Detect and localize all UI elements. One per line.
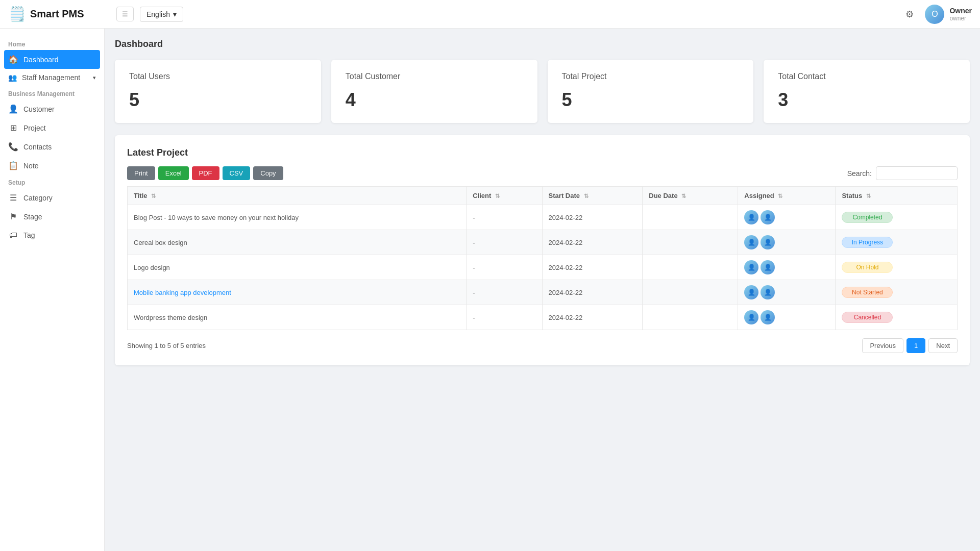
cell-title: Wordpress theme design (128, 305, 467, 330)
user-name: Owner (949, 7, 972, 15)
table-row: Blog Post - 10 ways to save money on you… (128, 205, 958, 230)
stat-card-total-customer: Total Customer 4 (331, 60, 537, 123)
sidebar-item-project[interactable]: ⊞ Project (0, 118, 104, 137)
col-status[interactable]: Status ⇅ (836, 187, 958, 205)
stat-card-total-project: Total Project 5 (548, 60, 754, 123)
sidebar-item-staff-management[interactable]: 👥 Staff Management ▾ (0, 69, 104, 86)
table-row: Mobile banking app development-2024-02-2… (128, 280, 958, 305)
assigned-avatar: 👤 (761, 260, 775, 274)
pdf-button[interactable]: PDF (192, 166, 219, 180)
sidebar-item-tag[interactable]: 🏷 Tag (0, 226, 104, 244)
cell-status: Not Started (836, 280, 958, 305)
cell-status: Completed (836, 205, 958, 230)
pagination-buttons: Previous 1 Next (862, 338, 958, 353)
sort-duedate-icon: ⇅ (681, 193, 686, 199)
previous-button[interactable]: Previous (862, 338, 903, 353)
cell-title: Logo design (128, 255, 467, 280)
latest-project-title: Latest Project (127, 147, 958, 158)
search-input[interactable] (876, 166, 958, 180)
status-badge: In Progress (842, 237, 893, 248)
dashboard-icon: 🏠 (8, 55, 18, 64)
settings-button[interactable]: ⚙ (902, 6, 917, 23)
tag-icon: 🏷 (8, 231, 18, 240)
sidebar-item-stage-label: Stage (23, 213, 42, 221)
stat-card-total-users: Total Users 5 (115, 60, 321, 123)
table-row: Wordpress theme design-2024-02-22👤👤Cance… (128, 305, 958, 330)
main-content: Dashboard Total Users 5 Total Customer 4… (105, 29, 980, 551)
customer-icon: 👤 (8, 104, 18, 114)
avatar: O (925, 5, 944, 24)
cell-status: Cancelled (836, 305, 958, 330)
user-info: Owner owner (949, 7, 972, 22)
sort-assigned-icon: ⇅ (778, 193, 782, 199)
print-button[interactable]: Print (127, 166, 155, 180)
assigned-avatar: 👤 (761, 210, 775, 224)
layout: Home 🏠 Dashboard 👥 Staff Management ▾ Bu… (0, 29, 980, 551)
status-badge: Completed (842, 212, 893, 223)
assigned-avatar: 👤 (744, 285, 758, 299)
cell-start-date: 2024-02-22 (542, 255, 643, 280)
stat-value-total-contact: 3 (778, 89, 955, 111)
chevron-down-icon: ▾ (93, 74, 96, 81)
col-assigned[interactable]: Assigned ⇅ (738, 187, 836, 205)
sidebar-item-note[interactable]: 📋 Note (0, 156, 104, 175)
stat-label-total-customer: Total Customer (346, 72, 523, 81)
page-title: Dashboard (115, 39, 970, 49)
cell-due-date (643, 255, 738, 280)
cell-title: Mobile banking app development (128, 280, 467, 305)
sidebar-item-contacts[interactable]: 📞 Contacts (0, 137, 104, 156)
cell-client: - (467, 280, 542, 305)
cell-start-date: 2024-02-22 (542, 230, 643, 255)
sidebar-item-dashboard[interactable]: 🏠 Dashboard (4, 50, 100, 69)
page-1-button[interactable]: 1 (906, 338, 925, 353)
cell-status: On Hold (836, 255, 958, 280)
sidebar-item-category[interactable]: ☰ Category (0, 188, 104, 207)
sidebar-item-customer[interactable]: 👤 Customer (0, 99, 104, 118)
project-link[interactable]: Mobile banking app development (134, 289, 231, 296)
copy-button[interactable]: Copy (253, 166, 283, 180)
business-section-label: Business Management (0, 86, 104, 99)
hamburger-button[interactable]: ☰ (116, 7, 134, 21)
cell-assigned: 👤👤 (738, 230, 836, 255)
sidebar-item-tag-label: Tag (23, 231, 35, 239)
top-header: 🗒️ Smart PMS ☰ English ▾ ⚙ O Owner owner (0, 0, 980, 29)
cell-due-date (643, 305, 738, 330)
next-button[interactable]: Next (928, 338, 958, 353)
status-badge: Not Started (842, 287, 893, 298)
cell-assigned: 👤👤 (738, 305, 836, 330)
csv-button[interactable]: CSV (223, 166, 251, 180)
table-row: Logo design-2024-02-22👤👤On Hold (128, 255, 958, 280)
excel-button[interactable]: Excel (158, 166, 189, 180)
cell-title: Cereal box design (128, 230, 467, 255)
pagination-row: Showing 1 to 5 of 5 entries Previous 1 N… (127, 338, 958, 353)
staff-icon: 👥 (8, 73, 17, 82)
logo-icon: 🗒️ (8, 6, 26, 22)
status-badge: On Hold (842, 262, 893, 273)
stat-label-total-contact: Total Contact (778, 72, 955, 81)
cell-assigned: 👤👤 (738, 280, 836, 305)
language-button[interactable]: English ▾ (140, 7, 183, 22)
contacts-icon: 📞 (8, 142, 18, 152)
col-due-date[interactable]: Due Date ⇅ (643, 187, 738, 205)
table-row: Cereal box design-2024-02-22👤👤In Progres… (128, 230, 958, 255)
cell-client: - (467, 305, 542, 330)
sidebar-item-dashboard-label: Dashboard (23, 56, 59, 64)
showing-text: Showing 1 to 5 of 5 entries (127, 342, 206, 349)
sidebar-item-stage[interactable]: ⚑ Stage (0, 207, 104, 226)
stat-value-total-users: 5 (129, 89, 307, 111)
col-start-date[interactable]: Start Date ⇅ (542, 187, 643, 205)
header-right: ⚙ O Owner owner (902, 5, 972, 24)
assigned-avatar: 👤 (744, 210, 758, 224)
sort-status-icon: ⇅ (866, 193, 871, 199)
status-badge: Cancelled (842, 312, 893, 323)
col-client[interactable]: Client ⇅ (467, 187, 542, 205)
user-area[interactable]: O Owner owner (925, 5, 972, 24)
project-section: Latest Project Print Excel PDF CSV Copy … (115, 135, 970, 365)
sidebar-item-contacts-label: Contacts (23, 143, 52, 151)
export-buttons: Print Excel PDF CSV Copy (127, 166, 283, 180)
stats-row: Total Users 5 Total Customer 4 Total Pro… (115, 60, 970, 123)
cell-title: Blog Post - 10 ways to save money on you… (128, 205, 467, 230)
col-title[interactable]: Title ⇅ (128, 187, 467, 205)
sort-startdate-icon: ⇅ (584, 193, 589, 199)
category-icon: ☰ (8, 193, 18, 203)
